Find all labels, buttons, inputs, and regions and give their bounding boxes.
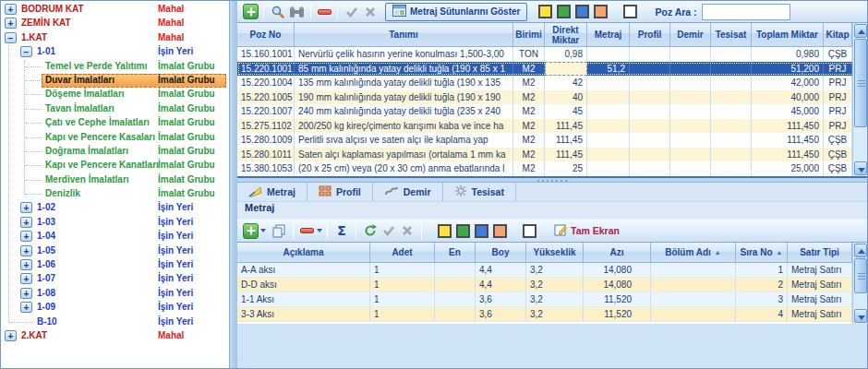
cell-sat-r-tipi[interactable]: Metraj Satırı xyxy=(788,307,852,322)
confirm-check-icon[interactable] xyxy=(343,3,361,21)
expand-icon[interactable]: + xyxy=(20,273,32,284)
cell-birimi[interactable]: M2 xyxy=(513,119,545,134)
expand-icon[interactable]: + xyxy=(20,288,32,299)
cell-metraj[interactable] xyxy=(587,161,630,176)
sum-sigma-button[interactable]: Σ xyxy=(332,221,351,240)
cell-demir[interactable] xyxy=(670,76,711,90)
delete-poz-button[interactable] xyxy=(316,3,332,21)
tree-item-merdiven-i-malatlar[interactable]: Merdiven İmalatlarıİmalat Grubu xyxy=(1,173,229,187)
cell-toplam-miktar[interactable]: 42,000 xyxy=(752,76,824,90)
cell-b-l-m-ad[interactable] xyxy=(651,263,736,278)
cell-s-ra-no[interactable]: 1 xyxy=(736,263,788,278)
tab-profil[interactable]: Profil xyxy=(307,183,373,201)
cell-b-l-m-ad[interactable] xyxy=(651,292,736,307)
cell-adet[interactable]: 1 xyxy=(370,307,435,322)
cell-poz-no[interactable]: 15.280.1009 xyxy=(237,133,295,148)
metraj-color-filter-blue[interactable] xyxy=(475,224,488,238)
cell-kitap[interactable]: PRJ xyxy=(824,119,852,134)
column-header-boy[interactable]: Boy xyxy=(476,243,526,263)
tree-item-1-03[interactable]: +1-03İşin Yeri xyxy=(1,216,229,230)
cell-profil[interactable] xyxy=(630,90,670,105)
cell-demir[interactable] xyxy=(670,104,711,119)
tree-item-denizlik[interactable]: Denizlikİmalat Grubu xyxy=(1,187,229,201)
expand-icon[interactable]: + xyxy=(20,231,32,242)
cell-az[interactable]: 11,520 xyxy=(584,292,651,307)
cell-a-klama[interactable]: 1-1 Aksı xyxy=(237,292,370,307)
cell-a-klama[interactable]: D-D aksı xyxy=(237,278,370,292)
tree-item-bodrum-kat[interactable]: +BODRUM KATMahal xyxy=(1,3,229,17)
expand-icon[interactable]: + xyxy=(5,330,17,341)
column-header-en[interactable]: En xyxy=(435,243,476,263)
cell-profil[interactable] xyxy=(630,47,670,62)
preview-search-icon[interactable] xyxy=(269,3,287,21)
add-dropdown-icon[interactable] xyxy=(260,229,266,232)
column-header-direkt-miktar[interactable]: Direkt Miktar xyxy=(545,23,587,47)
cell-kitap[interactable]: ÇŞB xyxy=(824,47,852,62)
cell-direkt-miktar[interactable]: 40 xyxy=(545,90,587,105)
cell-toplam-miktar[interactable]: 45,000 xyxy=(752,104,824,119)
cell-metraj[interactable]: 51,2 xyxy=(587,62,630,77)
cell-kitap[interactable]: PRJ xyxy=(824,90,852,105)
fullscreen-button[interactable]: Tam Ekran xyxy=(554,223,620,238)
cell-demir[interactable] xyxy=(670,161,711,176)
horizontal-splitter[interactable] xyxy=(237,176,867,183)
collapse-icon[interactable]: − xyxy=(5,32,17,43)
column-header-tesisat[interactable]: Tesisat xyxy=(711,23,752,47)
cell-toplam-miktar[interactable]: 40,000 xyxy=(752,90,824,105)
tree-item-duvar-i-malatlar[interactable]: Duvar İmalatlarıİmalat Grubu xyxy=(1,74,229,88)
cell-tesisat[interactable] xyxy=(711,62,752,77)
cell-tesisat[interactable] xyxy=(711,47,752,62)
cell-kitap[interactable]: ÇŞB xyxy=(824,148,852,162)
cell-toplam-miktar[interactable]: 51,200 xyxy=(752,62,824,77)
column-header-b-l-m-ad[interactable]: Bölüm Adı▲ xyxy=(651,243,736,263)
expand-icon[interactable]: + xyxy=(5,4,17,15)
color-filter-white[interactable] xyxy=(623,5,637,18)
cell-s-ra-no[interactable]: 4 xyxy=(736,307,788,322)
tree-item-1-01[interactable]: −1-01İşin Yeri xyxy=(1,45,229,59)
cell-adet[interactable]: 1 xyxy=(370,278,435,292)
cell-tesisat[interactable] xyxy=(711,148,752,162)
tree-item-at-ve-cephe-i-malatlar[interactable]: Çatı ve Cephe İmalatlarıİmalat Grubu xyxy=(1,116,229,130)
cell-poz-no[interactable]: 15.275.1102 xyxy=(237,119,295,134)
scroll-down-button[interactable] xyxy=(854,161,867,175)
color-filter-green[interactable] xyxy=(557,5,571,18)
cell-a-klama[interactable]: A-A aksı xyxy=(237,263,370,278)
cell-kitap[interactable]: ÇŞB xyxy=(824,161,852,176)
tree-item-tavan-i-malatlar[interactable]: Tavan İmalatlarıİmalat Grubu xyxy=(1,102,229,116)
cell-demir[interactable] xyxy=(670,90,711,105)
tree-item-1-08[interactable]: +1-08İşin Yeri xyxy=(1,287,229,301)
expand-icon[interactable]: + xyxy=(20,217,32,228)
cell-tesisat[interactable] xyxy=(711,161,752,176)
expand-icon[interactable]: + xyxy=(5,18,17,29)
cell-direkt-miktar[interactable]: 25 xyxy=(545,161,587,176)
cell-adet[interactable]: 1 xyxy=(370,263,435,278)
table-row[interactable]: 15.220.1004135 mm kalınlığında yatay del… xyxy=(237,76,867,90)
cell-direkt-miktar[interactable]: 42 xyxy=(545,76,587,90)
metraj-color-filter-yellow[interactable] xyxy=(438,224,452,238)
cell-az[interactable]: 14,080 xyxy=(584,278,651,292)
expand-icon[interactable]: + xyxy=(20,302,32,313)
table-row[interactable]: 1-1 Aksı13,63,211,5203Metraj Satırı xyxy=(237,292,867,307)
cell-direkt-miktar[interactable] xyxy=(545,62,587,77)
column-header-adet[interactable]: Adet xyxy=(370,243,435,263)
cell-demir[interactable] xyxy=(670,62,711,77)
cell-en[interactable] xyxy=(435,307,476,322)
cell-kitap[interactable]: PRJ xyxy=(824,76,852,90)
cell-poz-no[interactable]: 15.380.1053 xyxy=(237,161,295,176)
cell-profil[interactable] xyxy=(630,148,670,162)
cell-profil[interactable] xyxy=(630,104,670,119)
cancel-x-icon[interactable] xyxy=(361,3,380,21)
column-header-metraj[interactable]: Metraj xyxy=(587,23,630,47)
cell-toplam-miktar[interactable]: 25,000 xyxy=(752,161,824,176)
cell-boy[interactable]: 4,4 xyxy=(476,263,526,278)
cell-kitap[interactable]: PRJ xyxy=(824,62,852,77)
color-filter-blue[interactable] xyxy=(575,5,589,18)
column-header-tan-m[interactable]: Tanımı xyxy=(295,23,513,47)
cell-metraj[interactable] xyxy=(587,90,630,105)
cell-poz-no[interactable]: 15.220.1001 xyxy=(237,62,295,77)
tree-item-2-kat[interactable]: +2.KATMahal xyxy=(1,329,229,343)
cell-metraj[interactable] xyxy=(587,47,630,62)
cell-en[interactable] xyxy=(435,263,476,278)
cell-tan-m[interactable]: 240 mm kalınlığında yatay delikli tuğla … xyxy=(295,104,513,119)
cell-profil[interactable] xyxy=(630,161,670,176)
